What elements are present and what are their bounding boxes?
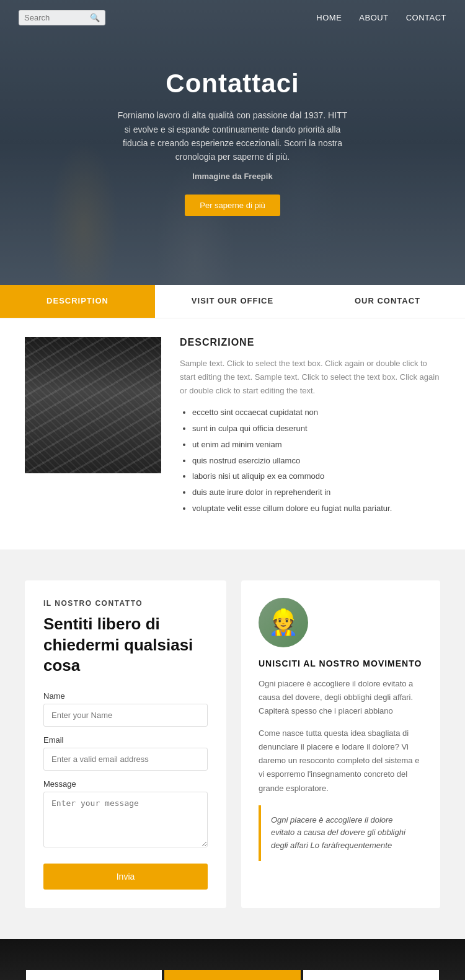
nav-links: HOME ABOUT CONTACT bbox=[316, 13, 446, 22]
navigation: 🔍 HOME ABOUT CONTACT bbox=[0, 0, 465, 35]
hero-subtitle: Forniamo lavoro di alta qualità con pass… bbox=[115, 108, 350, 164]
footer-card-phone: 📱 TELEFONO +111 343 43 43 bbox=[164, 970, 300, 980]
search-box[interactable]: 🔍 bbox=[19, 10, 105, 25]
join-title: UNISCITI AL NOSTRO MOVIMENTO bbox=[259, 658, 423, 668]
join-paragraph-1: Ogni piacere è accogliere il dolore evit… bbox=[259, 677, 423, 718]
search-icon: 🔍 bbox=[90, 13, 100, 22]
list-item: duis aute irure dolor in reprehenderit i… bbox=[192, 486, 440, 499]
contact-section: IL NOSTRO CONTATTO Sentiti libero di chi… bbox=[0, 549, 465, 939]
quote-text: Ogni piacere è accogliere il dolore evit… bbox=[271, 814, 413, 852]
list-item: ut enim ad minim veniam bbox=[192, 439, 440, 452]
name-input[interactable] bbox=[43, 704, 208, 727]
message-label: Message bbox=[43, 779, 208, 789]
hero-cta-button[interactable]: Per saperne di più bbox=[185, 195, 280, 216]
hero-content: Contattaci Forniamo lavoro di alta quali… bbox=[102, 56, 363, 229]
footer-cards: 📍 INDIRIZZO 27 13 Lowe Haven 📱 TELEFONO … bbox=[0, 939, 465, 980]
name-label: Name bbox=[43, 691, 208, 701]
footer-card-address: 📍 INDIRIZZO 27 13 Lowe Haven bbox=[26, 970, 162, 980]
join-paragraph-2: Come nasce tutta questa idea sbagliata d… bbox=[259, 727, 423, 795]
content-text: DESCRIZIONE Sample text. Click to select… bbox=[180, 337, 440, 518]
list-item: quis nostrud esercizio ullamco bbox=[192, 455, 440, 468]
hero-title: Contattaci bbox=[115, 69, 350, 98]
contact-form-card: IL NOSTRO CONTATTO Sentiti libero di chi… bbox=[25, 580, 226, 908]
search-input[interactable] bbox=[24, 13, 86, 22]
description-title: DESCRIZIONE bbox=[180, 337, 440, 348]
content-image bbox=[25, 337, 161, 473]
email-field: Email bbox=[43, 735, 208, 771]
footer-card-email: 📄 E-MAIL business@info.com bbox=[303, 970, 439, 980]
nav-link-about[interactable]: ABOUT bbox=[359, 13, 388, 22]
message-input[interactable] bbox=[43, 792, 208, 847]
name-field: Name bbox=[43, 691, 208, 727]
tab-description[interactable]: DESCRIPTION bbox=[0, 285, 155, 318]
description-list: eccetto sint occaecat cupidatat non sunt… bbox=[180, 406, 440, 515]
submit-button[interactable]: Invia bbox=[43, 864, 208, 890]
list-item: sunt in culpa qui officia deserunt bbox=[192, 422, 440, 435]
nav-link-contact[interactable]: CONTACT bbox=[406, 13, 446, 22]
list-item: voluptate velit esse cillum dolore eu fu… bbox=[192, 502, 440, 515]
contact-section-label: IL NOSTRO CONTATTO bbox=[43, 599, 208, 608]
nav-link-home[interactable]: HOME bbox=[316, 13, 342, 22]
avatar bbox=[259, 598, 308, 647]
email-input[interactable] bbox=[43, 748, 208, 771]
tab-visit-office[interactable]: VISIT OUR OFFICE bbox=[155, 285, 310, 318]
footer-section: 📍 INDIRIZZO 27 13 Lowe Haven 📱 TELEFONO … bbox=[0, 939, 465, 980]
list-item: laboris nisi ut aliquip ex ea commodo bbox=[192, 470, 440, 483]
tabs-section: DESCRIPTION VISIT OUR OFFICE OUR CONTACT bbox=[0, 285, 465, 318]
description-sample: Sample text. Click to select the text bo… bbox=[180, 357, 440, 398]
contact-info-card: UNISCITI AL NOSTRO MOVIMENTO Ogni piacer… bbox=[241, 580, 440, 908]
message-field: Message bbox=[43, 779, 208, 850]
quote-box: Ogni piacere è accogliere il dolore evit… bbox=[259, 805, 423, 861]
email-label: Email bbox=[43, 735, 208, 745]
description-section: DESCRIZIONE Sample text. Click to select… bbox=[0, 318, 465, 549]
contact-heading: Sentiti libero di chiedermi qualsiasi co… bbox=[43, 614, 208, 676]
hero-image-credit: Immagine da Freepik bbox=[115, 172, 350, 181]
tab-our-contact[interactable]: OUR CONTACT bbox=[310, 285, 465, 318]
tabs: DESCRIPTION VISIT OUR OFFICE OUR CONTACT bbox=[0, 285, 465, 318]
list-item: eccetto sint occaecat cupidatat non bbox=[192, 406, 440, 419]
